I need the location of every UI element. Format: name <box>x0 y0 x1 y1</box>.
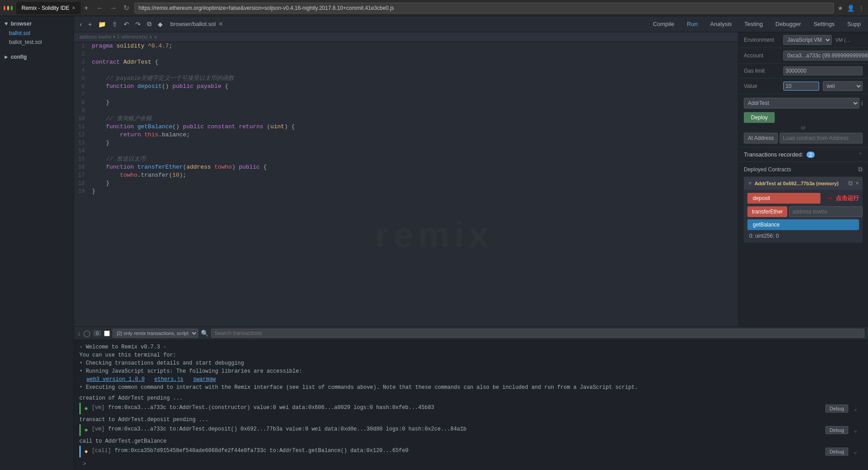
gas-limit-input[interactable] <box>783 66 863 75</box>
support-menu[interactable]: Supp <box>844 19 864 29</box>
console-toolbar: ↓ ◯ 0 [2] only remix transactions, scrip… <box>74 327 868 340</box>
console-count: 0 <box>93 330 101 336</box>
browser-section-label: browser <box>11 21 32 27</box>
copy-deployed-icon[interactable]: ⧉ <box>858 165 863 173</box>
instance-arrow: ▼ <box>747 180 753 187</box>
web3-link[interactable]: web3 version 1.0.0 <box>87 376 145 383</box>
transactions-section: Transactions recorded: 2 ⌃ <box>738 148 868 162</box>
debug-button-3[interactable]: Debug <box>825 448 848 456</box>
arrow-right-icon: → <box>824 192 834 204</box>
browser-actions: ★ 👤 ⋮ <box>834 4 864 12</box>
refresh-button[interactable]: ↻ <box>122 3 131 13</box>
sidebar-item-ballot[interactable]: ballot.sol <box>0 29 74 38</box>
at-address-input[interactable] <box>780 133 863 144</box>
debug-button-1[interactable]: Debug <box>825 405 848 413</box>
user-icon[interactable]: 👤 <box>847 4 855 12</box>
sidebar-item-ballot-test[interactable]: ballot_test.sol <box>0 38 74 47</box>
debug-button-2[interactable]: Debug <box>825 426 848 434</box>
call-msg: call to AddrTest.getBalance <box>79 438 863 445</box>
expand-icon-1[interactable]: ⌄ <box>852 405 859 412</box>
run-menu[interactable]: Run <box>683 19 701 29</box>
code-line-6: 6 function deposit() public payable { <box>74 83 738 91</box>
code-line-14: 14 <box>74 147 738 155</box>
code-line-1: 1 pragma solidity ^0.4.7; <box>74 42 738 50</box>
forward-button[interactable]: → <box>108 3 119 13</box>
console-input[interactable] <box>88 461 859 467</box>
transfer-input[interactable] <box>789 206 863 217</box>
contract-info-icon[interactable]: i <box>861 100 863 107</box>
deposit-button[interactable]: deposit <box>747 193 820 204</box>
tx3-row: ● [call] from:0xca35b7d915458ef540ade606… <box>79 446 863 457</box>
undo-toolbar[interactable]: ↶ <box>122 19 131 29</box>
console-links: web3 version 1.0.0 ethers.js swarmgw <box>79 376 863 383</box>
deposit-annotation: → 点击运行 <box>824 192 859 204</box>
address-bar[interactable] <box>135 3 834 13</box>
debugger-menu[interactable]: Debugger <box>772 19 805 29</box>
expand-icon-3[interactable]: ⌄ <box>852 448 859 455</box>
swarmgw-link[interactable]: swarmgw <box>193 376 216 383</box>
contract-select[interactable]: AddrTest <box>744 98 859 109</box>
environment-select[interactable]: JavaScript VM <box>783 35 832 45</box>
browser-section-header[interactable]: ▼ browser <box>0 19 74 29</box>
testing-menu[interactable]: Testing <box>741 19 766 29</box>
code-line-2: 2 <box>74 50 738 58</box>
arrow-left-toolbar[interactable]: ‹ <box>78 19 84 29</box>
folder-toolbar[interactable]: 📁 <box>96 19 108 29</box>
deploy-button[interactable]: Deploy <box>744 112 775 123</box>
analysis-menu[interactable]: Analysis <box>707 19 735 29</box>
console-arrow-down[interactable]: ↓ <box>78 330 81 337</box>
file-close-icon[interactable]: ✕ <box>218 21 223 27</box>
creation-msg: creation of AddrTest pending ... <box>79 395 863 402</box>
config-section-header[interactable]: ► config <box>0 52 74 62</box>
close-instance-icon[interactable]: × <box>855 179 859 187</box>
expand-icon-2[interactable]: ⌄ <box>852 426 859 434</box>
bookmark-icon[interactable]: ★ <box>838 4 843 12</box>
redo-toolbar[interactable]: ↷ <box>133 19 143 29</box>
add-file-toolbar[interactable]: + <box>86 19 94 29</box>
console-search-input[interactable] <box>211 329 864 338</box>
copy-toolbar[interactable]: ⧉ <box>145 19 154 29</box>
active-tab[interactable]: Remix - Solidity IDE × <box>16 2 81 14</box>
transfer-row: transferEther ▾ <box>747 206 859 218</box>
at-address-row: At Address <box>744 133 863 144</box>
console-script-select[interactable]: [2] only remix transactions, script <box>113 329 198 338</box>
transfer-button[interactable]: transferEther <box>747 206 787 217</box>
environment-suffix: VM (… <box>835 37 863 43</box>
console-welcome-2: You can use this terminal for: <box>79 352 863 359</box>
success-icon-1: ● <box>84 405 88 412</box>
git-toolbar[interactable]: ◆ <box>156 19 165 29</box>
chevron-down-icon: ▼ <box>4 21 9 27</box>
file-title-text: browser/ballot.sol <box>170 21 216 27</box>
ethers-link[interactable]: ethers.js <box>154 376 183 383</box>
environment-label: Environment <box>744 37 780 43</box>
code-line-9: 9 <box>74 107 738 115</box>
compile-menu[interactable]: Compile <box>649 19 678 29</box>
code-editor[interactable]: address towho ▾ 1 reference(s) ∧ ∨ 1 pra… <box>74 32 738 326</box>
balance-result: 0: uint256: 0 <box>747 232 859 240</box>
value-input[interactable] <box>783 82 819 91</box>
console-clear[interactable]: ◯ <box>83 330 91 337</box>
console-bullet-3: • Executing common command to interact w… <box>79 384 863 391</box>
contract-select-row: AddrTest i <box>744 98 863 109</box>
settings-menu[interactable]: Settings <box>810 19 838 29</box>
transactions-arrow: ⌃ <box>858 152 863 158</box>
app-container: ▼ browser ballot.sol ballot_test.sol ► c… <box>0 16 868 470</box>
deposit-row: deposit → 点击运行 <box>747 192 859 204</box>
publish-toolbar[interactable]: ⇧ <box>110 19 120 29</box>
contract-instance-header[interactable]: ▼ AddrTest at 0x692...77b3a (memory) ⧉ × <box>744 177 863 190</box>
browser-chrome: Remix - Solidity IDE × + ← → ↻ ★ 👤 ⋮ <box>0 0 868 16</box>
new-tab-button[interactable]: + <box>82 4 91 12</box>
back-button[interactable]: ← <box>95 3 105 13</box>
value-unit-select[interactable]: wei <box>823 81 863 91</box>
account-select[interactable]: 0xca3...a733c (99.9999999999983577 <box>783 51 868 61</box>
copy-instance-icon[interactable]: ⧉ <box>848 179 853 187</box>
console-checkbox[interactable] <box>104 331 110 336</box>
at-address-button[interactable]: At Address <box>744 133 778 144</box>
getbalance-button[interactable]: getBalance <box>747 219 859 230</box>
sidebar: ▼ browser ballot.sol ballot_test.sol ► c… <box>0 16 74 470</box>
transactions-header[interactable]: Transactions recorded: 2 ⌃ <box>744 151 863 158</box>
tab-close[interactable]: × <box>72 5 75 11</box>
console-prompt: > <box>79 459 863 469</box>
main-content: ‹ + 📁 ⇧ ↶ ↷ ⧉ ◆ browser/ballot.sol ✕ Com… <box>74 16 868 470</box>
menu-icon[interactable]: ⋮ <box>858 4 864 12</box>
